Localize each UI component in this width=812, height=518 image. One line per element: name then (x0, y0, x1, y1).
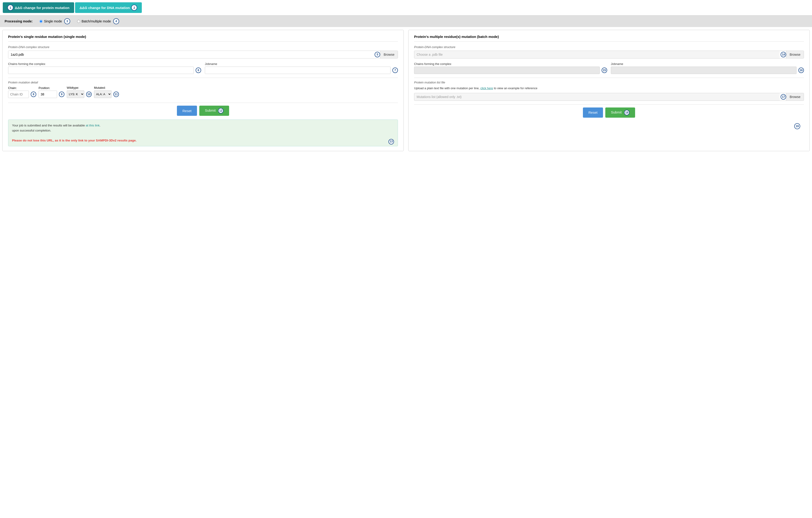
right-pdb-browse[interactable]: Browse (786, 51, 804, 58)
right-bottom-badge: 19 (794, 123, 800, 129)
left-panel: Protein's single residue mutation (singl… (2, 30, 404, 151)
right-chains-group: Chains forming the complex 15 (414, 62, 607, 74)
right-mutations-browse[interactable]: Browse (786, 93, 804, 101)
success-warning: Please do not lose this URL, as it is th… (12, 139, 137, 142)
right-btn-row: Reset Submit 18 (414, 108, 804, 118)
right-submit-badge: 18 (624, 110, 630, 115)
batch-mode-badge: 4 (113, 18, 119, 24)
right-mutation-desc: Upload a plain text file with one mutati… (414, 86, 804, 91)
mutation-desc-link[interactable]: click here (481, 86, 493, 90)
mutation-desc-text1: Upload a plain text file with one mutati… (414, 86, 481, 90)
left-chains-badge: 6 (196, 67, 201, 73)
success-link[interactable]: at this link (86, 124, 99, 127)
mutation-desc-text2: to view an example for reference (493, 86, 538, 90)
left-submit-badge: 12 (218, 108, 224, 113)
left-jobname-label: Jobname (205, 62, 398, 66)
right-pdb-section-label: Protein-DNA complex structure (414, 45, 804, 49)
left-reset-button[interactable]: Reset (177, 106, 197, 116)
tab1-label: ΔΔG change for protein mutation (15, 6, 69, 10)
right-divider1 (414, 78, 804, 78)
left-wildtype-group: Wildtype: LYS: KALA: AARG: RASN: NASP: D… (67, 86, 92, 98)
right-reset-button[interactable]: Reset (583, 108, 603, 118)
mode-bar-label: Processing mode: (5, 20, 33, 23)
left-wildtype-select[interactable]: LYS: KALA: AARG: RASN: NASP: DCYS: CGLN:… (67, 90, 84, 98)
right-mutation-list-label: Protein mutation list file (414, 81, 804, 84)
left-chain-group: Chain: 8 (8, 86, 36, 98)
left-chain-input[interactable] (8, 91, 29, 98)
tab1-badge: 1 (7, 5, 13, 11)
right-submit-button[interactable]: Submit 18 (605, 108, 635, 118)
left-submit-button[interactable]: Submit 12 (199, 106, 229, 116)
main-content: Protein's single residue mutation (singl… (0, 27, 812, 154)
left-jobname-badge: 7 (393, 67, 398, 73)
left-position-badge: 9 (59, 91, 64, 97)
left-pdb-browse[interactable]: Browse (380, 51, 398, 58)
left-position-input[interactable] (38, 91, 57, 98)
right-jobname-group: Jobname 16 (611, 62, 804, 74)
left-pdb-input[interactable] (8, 51, 374, 58)
right-chains-label: Chains forming the complex (414, 62, 607, 66)
right-bottom-badge-area: 19 (414, 121, 804, 131)
right-jobname-badge: 16 (799, 67, 804, 73)
left-success-badge: 13 (388, 139, 394, 144)
right-chains-badge: 15 (602, 67, 607, 73)
left-wildtype-label: Wildtype: (67, 86, 92, 89)
left-chains-input[interactable] (8, 66, 194, 74)
tab2-badge: 2 (131, 5, 137, 11)
left-chains-group: Chains forming the complex 6 (8, 62, 201, 74)
left-submit-label: Submit (205, 108, 216, 112)
success-text1: Your job is submitted and the results wi… (12, 124, 86, 127)
left-jobname-group: Jobname 7 (205, 62, 398, 74)
right-jobname-label: Jobname (611, 62, 804, 66)
success-text2: . (99, 124, 100, 127)
left-mutated-label: Mutated: (94, 86, 119, 89)
tab-protein-mutation[interactable]: 1 ΔΔG change for protein mutation (3, 2, 74, 13)
right-mutations-badge: 17 (781, 94, 786, 100)
left-success-message: Your job is submitted and the results wi… (8, 119, 398, 146)
success-text3: upon successful completion. (12, 129, 51, 132)
right-chains-input (414, 66, 600, 74)
tab2-label: ΔΔG change for DNA mutation (80, 6, 130, 10)
left-position-label: Position: (38, 86, 64, 90)
right-jobname-input (611, 66, 796, 74)
single-mode-radio[interactable] (39, 20, 42, 23)
single-mode-badge: 3 (64, 18, 70, 24)
left-divider1 (8, 78, 398, 78)
right-chains-jobname-row: Chains forming the complex 15 Jobname 16 (414, 62, 804, 74)
left-chain-badge: 8 (31, 91, 36, 97)
left-btn-row: Reset Submit 12 (8, 106, 398, 116)
tab-dna-mutation[interactable]: ΔΔG change for DNA mutation 2 (75, 2, 142, 13)
left-pdb-badge: 5 (375, 52, 380, 57)
right-panel-title: Protein's multiple residue(s) mutation (… (414, 35, 804, 42)
mode-bar: Processing mode: Single mode 3 Batch/mul… (0, 16, 812, 27)
right-mutations-placeholder: Mutations list (allowed only .txt) (414, 93, 780, 101)
left-wildtype-badge: 10 (86, 91, 92, 97)
left-mutation-row: Chain: 8 Position: 9 Wildtype: LYS: KALA… (8, 86, 398, 98)
left-mutated-group: Mutated: ALA: ALYS: KARG: RASN: NASP: DC… (94, 86, 119, 98)
left-mutated-select[interactable]: ALA: ALYS: KARG: RASN: NASP: DCYS: CGLN:… (94, 90, 112, 98)
single-mode-text: Single mode (44, 20, 62, 23)
left-panel-title: Protein's single residue mutation (singl… (8, 35, 398, 42)
right-pdb-file-row: Choose a .pdb file 14 Browse (414, 51, 804, 58)
batch-mode-label[interactable]: Batch/multiple mode 4 (77, 18, 119, 24)
left-chains-jobname-row: Chains forming the complex 6 Jobname 7 (8, 62, 398, 74)
left-divider2 (8, 103, 398, 103)
right-submit-label: Submit (611, 110, 622, 114)
left-mutated-badge: 11 (113, 91, 119, 97)
left-pdb-file-row: 5 Browse (8, 51, 398, 58)
left-jobname-input[interactable] (205, 66, 390, 74)
left-pdb-section-label: Protein-DNA complex structure (8, 45, 398, 49)
left-chain-label: Chain: (8, 86, 36, 90)
batch-mode-text: Batch/multiple mode (82, 20, 111, 23)
right-mutations-file-row: Mutations list (allowed only .txt) 17 Br… (414, 93, 804, 101)
right-pdb-placeholder: Choose a .pdb file (414, 51, 780, 58)
left-position-group: Position: 9 (38, 86, 64, 98)
left-chains-label: Chains forming the complex (8, 62, 201, 66)
tab-bar: 1 ΔΔG change for protein mutation ΔΔG ch… (0, 0, 812, 16)
left-mutation-label: Protein mutation detail (8, 81, 398, 84)
right-panel: Protein's multiple residue(s) mutation (… (408, 30, 810, 151)
batch-mode-radio[interactable] (77, 20, 80, 23)
right-pdb-badge: 14 (781, 52, 786, 57)
single-mode-label[interactable]: Single mode 3 (39, 18, 70, 24)
